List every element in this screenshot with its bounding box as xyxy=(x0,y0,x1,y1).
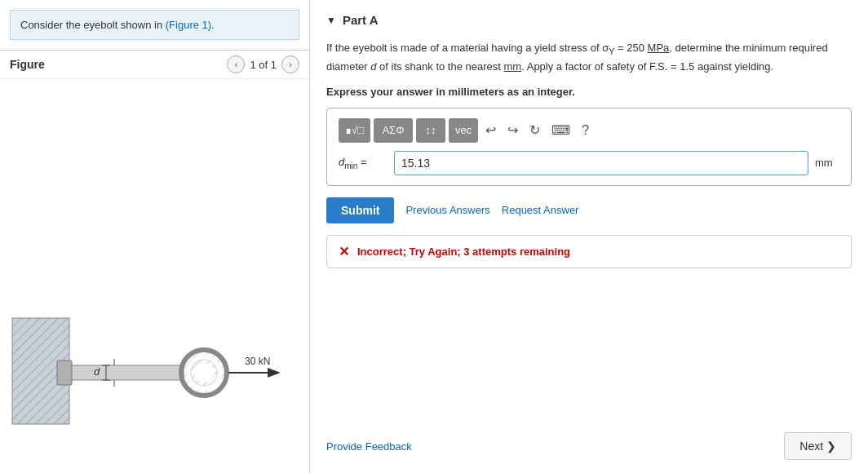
redo-btn[interactable]: ↪ xyxy=(503,119,522,141)
figure-count: 1 of 1 xyxy=(250,59,277,71)
figure-next-btn[interactable]: › xyxy=(281,55,299,73)
refresh-btn[interactable]: ↻ xyxy=(525,119,544,141)
figure-label: Figure xyxy=(10,58,45,71)
right-panel: ▼ Part A If the eyebolt is made of a mat… xyxy=(310,0,868,473)
problem-text: If the eyebolt is made of a material hav… xyxy=(326,40,852,76)
keyboard-btn[interactable]: ⌨ xyxy=(547,119,574,141)
answer-unit: mm xyxy=(815,157,839,169)
figure-header: Figure ‹ 1 of 1 › xyxy=(0,50,309,78)
bottom-row: Provide Feedback Next ❯ xyxy=(326,432,852,460)
arrow-btn[interactable]: ↕↕ xyxy=(416,118,445,143)
collapse-arrow[interactable]: ▼ xyxy=(326,15,336,26)
prev-answers-link[interactable]: Previous Answers xyxy=(405,204,489,216)
info-period: . xyxy=(211,19,215,31)
figure-area: Figure ‹ 1 of 1 › xyxy=(0,50,309,473)
figure-svg: d 30 kN xyxy=(8,294,286,457)
answer-row: dmin = mm xyxy=(339,151,839,175)
vec-btn[interactable]: vec xyxy=(449,118,478,143)
figure-image-area: d 30 kN xyxy=(0,78,309,473)
request-answer-link[interactable]: Request Answer xyxy=(502,204,579,216)
toolbar: ∎√□ ΑΣΦ ↕↕ vec ↩ ↪ ↻ ⌨ ? xyxy=(339,118,839,143)
feedback-text: Incorrect; Try Again; 3 attempts remaini… xyxy=(357,245,570,258)
svg-point-11 xyxy=(194,363,214,382)
express-label: Express your answer in millimeters as an… xyxy=(326,86,852,98)
svg-rect-4 xyxy=(69,365,184,380)
provide-feedback-link[interactable]: Provide Feedback xyxy=(326,440,412,453)
feedback-icon: ✕ xyxy=(339,244,349,259)
figure-link[interactable]: (Figure 1) xyxy=(166,19,211,31)
left-panel: Consider the eyebolt shown in (Figure 1)… xyxy=(0,0,310,473)
answer-input[interactable] xyxy=(394,151,808,175)
answer-label: dmin = xyxy=(339,156,388,170)
info-box: Consider the eyebolt shown in (Figure 1)… xyxy=(10,10,299,40)
answer-box: ∎√□ ΑΣΦ ↕↕ vec ↩ ↪ ↻ ⌨ ? dmin = mm xyxy=(326,108,852,186)
submit-button[interactable]: Submit xyxy=(326,197,394,223)
figure-nav: ‹ 1 of 1 › xyxy=(227,55,299,73)
formula-btn[interactable]: ∎√□ xyxy=(339,118,370,143)
greek-btn[interactable]: ΑΣΦ xyxy=(374,118,413,143)
help-btn[interactable]: ? xyxy=(578,120,593,141)
action-row: Submit Previous Answers Request Answer xyxy=(326,197,852,223)
svg-text:30 kN: 30 kN xyxy=(245,356,270,367)
undo-btn[interactable]: ↩ xyxy=(481,119,500,141)
part-label: Part A xyxy=(343,13,379,27)
part-header: ▼ Part A xyxy=(326,13,852,27)
svg-rect-5 xyxy=(57,360,72,385)
svg-text:d: d xyxy=(94,365,100,378)
figure-prev-btn[interactable]: ‹ xyxy=(227,55,245,73)
feedback-box: ✕ Incorrect; Try Again; 3 attempts remai… xyxy=(326,235,852,268)
info-text: Consider the eyebolt shown in xyxy=(20,19,166,31)
next-button[interactable]: Next ❯ xyxy=(784,432,852,460)
